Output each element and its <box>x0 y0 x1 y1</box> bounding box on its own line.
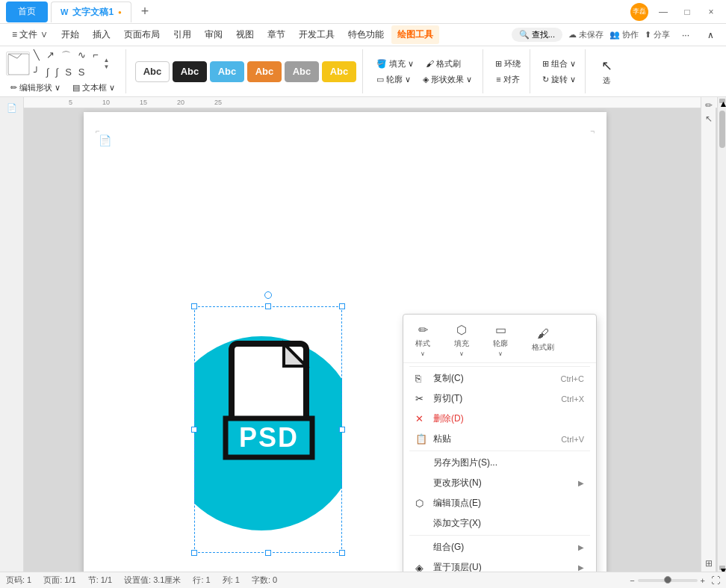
shape-scroll-down[interactable]: ▼ <box>104 64 110 70</box>
ctx-paste[interactable]: 📋 粘贴 Ctrl+V <box>403 429 596 449</box>
curve-tool[interactable]: ⌒ <box>58 48 74 64</box>
rotate-btn[interactable]: ↻ 旋转 ∨ <box>538 72 580 87</box>
menu-devtools[interactable]: 开发工具 <box>293 25 341 44</box>
shape-tool-5[interactable]: S <box>75 65 88 79</box>
ctx-bring-to-front[interactable]: ◈ 置于顶层(U) ▶ <box>403 557 596 572</box>
edit-shape-btn[interactable]: ✏ 编辑形状 ∨ <box>6 81 65 95</box>
side-panel-btn-3[interactable]: ⊞ <box>705 558 713 569</box>
text-box-chevron: ∨ <box>109 83 115 93</box>
avatar[interactable]: 李磊 <box>630 3 648 21</box>
style-btn-plain[interactable]: Abc <box>135 61 170 82</box>
home-tab[interactable]: 首页 <box>6 1 48 22</box>
style-btn-blue[interactable]: Abc <box>210 61 244 82</box>
shape-styles-group: Abc Abc Abc Abc Abc Abc <box>129 49 363 93</box>
effect-btn[interactable]: ◈ 形状效果 ∨ <box>418 72 477 87</box>
menu-reference[interactable]: 引用 <box>167 25 197 44</box>
svg-line-2 <box>17 54 22 58</box>
style-btn-gray[interactable]: Abc <box>285 61 319 82</box>
ctx-fill-icon: ⬡ <box>456 323 467 337</box>
collab-btn[interactable]: 👥 协作 <box>609 29 639 40</box>
ctx-cut[interactable]: ✂ 剪切(T) Ctrl+X <box>403 389 596 409</box>
style-btn-yellow[interactable]: Abc <box>322 61 356 82</box>
menu-page-layout[interactable]: 页面布局 <box>118 25 166 44</box>
shape-preview-svg <box>7 52 30 75</box>
scroll-up-arrow[interactable]: ▲ <box>719 99 725 103</box>
style-btn-dark[interactable]: Abc <box>173 61 207 82</box>
style-btn-orange[interactable]: Abc <box>247 61 282 82</box>
zoom-in-btn[interactable]: + <box>701 576 705 585</box>
handle-br[interactable] <box>339 550 345 556</box>
ctx-save-as-image[interactable]: 另存为图片(S)... <box>403 453 596 473</box>
group-btn[interactable]: ⊞ 组合 ∨ <box>538 57 580 71</box>
outline-btn[interactable]: ▭ 轮廓 ∨ <box>372 72 415 87</box>
ctx-style-btn[interactable]: ✏ 样式 ∨ <box>409 321 436 359</box>
status-bar-right: − + ⛶ <box>630 575 720 586</box>
more-menu-btn[interactable]: ··· <box>676 27 695 43</box>
ctx-delete[interactable]: ✕ 删除(D) <box>403 409 596 429</box>
rotation-handle[interactable] <box>264 291 272 299</box>
share-btn[interactable]: ⬆ 分享 <box>645 29 670 40</box>
collapse-ribbon-btn[interactable]: ∧ <box>701 27 720 43</box>
search-box[interactable]: 🔍 查找... <box>512 28 562 42</box>
zoom-slider-thumb[interactable] <box>664 576 671 584</box>
cloud-icon: ☁ <box>568 30 577 40</box>
menu-hamburger[interactable]: ≡ 文件 ∨ <box>6 25 54 44</box>
ctx-fill-btn[interactable]: ⬡ 填充 ∨ <box>448 321 475 359</box>
arrow-tool[interactable]: ↗ <box>43 48 58 64</box>
ctx-copy[interactable]: ⎘ 复制(C) Ctrl+C <box>403 368 596 389</box>
arc-tool[interactable]: ╯ <box>31 65 43 79</box>
text-box-btn[interactable]: ▤ 文本框 ∨ <box>68 81 120 95</box>
shape-tool-2[interactable]: ∫ <box>43 65 52 79</box>
side-panel-btn-2[interactable]: ↖ <box>705 114 713 124</box>
fill-btn[interactable]: 🪣 填充 ∨ <box>372 57 418 71</box>
menu-draw-tools[interactable]: 绘图工具 <box>391 25 439 44</box>
new-tab-button[interactable]: + <box>134 1 155 22</box>
bring-front-arrow: ▶ <box>578 563 584 572</box>
status-page: 页码: 1 <box>6 575 31 586</box>
handle-tl[interactable] <box>191 303 197 309</box>
handle-bl[interactable] <box>191 550 197 556</box>
cloud-status[interactable]: ☁ 未保存 <box>568 29 604 40</box>
page-icon[interactable]: 📄 <box>7 103 17 113</box>
handle-bm[interactable] <box>265 550 271 556</box>
menu-start[interactable]: 开始 <box>55 25 85 44</box>
side-panel-btn-1[interactable]: ✏ <box>704 100 714 111</box>
menu-features[interactable]: 特色功能 <box>342 25 390 44</box>
align-btn[interactable]: ≡ 对齐 <box>491 72 525 87</box>
ctx-format-brush-btn[interactable]: 🖌 格式刷 <box>526 325 560 355</box>
menu-review[interactable]: 审阅 <box>199 25 229 44</box>
scroll-thumb[interactable] <box>719 111 725 148</box>
shape-tool-3[interactable]: ∫ <box>53 65 62 79</box>
fullscreen-btn[interactable]: ⛶ <box>711 575 720 586</box>
ctx-change-shape[interactable]: 更改形状(N) ▶ <box>403 473 596 493</box>
ctx-group[interactable]: 组合(G) ▶ <box>403 537 596 557</box>
line-tool[interactable]: ╲ <box>31 48 43 64</box>
shape-scroll-up[interactable]: ▲ <box>104 57 110 64</box>
wrap-btn[interactable]: ⊞ 环绕 <box>491 57 525 71</box>
zoom-out-btn[interactable]: − <box>630 576 634 585</box>
scroll-down-arrow[interactable]: ▼ <box>719 566 725 570</box>
vertical-scrollbar[interactable]: ▲ ▼ <box>717 97 726 572</box>
close-button[interactable]: × <box>702 3 720 21</box>
minimize-button[interactable]: — <box>654 3 672 21</box>
canvas-area[interactable]: 510152025 ⌐ ¬ L ⌐ 📄 <box>24 97 726 572</box>
doc-tab[interactable]: W 文字文稿1 ● <box>51 1 131 22</box>
menu-view[interactable]: 视图 <box>230 25 260 44</box>
menu-insert[interactable]: 插入 <box>87 25 117 44</box>
freeform-tool[interactable]: ∿ <box>75 48 89 64</box>
zigzag-tool[interactable]: ⌐ <box>90 48 102 64</box>
ctx-outline-btn[interactable]: ▭ 轮廓 ∨ <box>487 321 514 359</box>
menu-chapter[interactable]: 章节 <box>261 25 291 44</box>
format-brush-btn[interactable]: 🖌 格式刷 <box>421 57 465 71</box>
handle-ml[interactable] <box>191 427 197 433</box>
ctx-edit-vertices[interactable]: ⬡ 编辑顶点(E) <box>403 493 596 513</box>
collab-icon: 👥 <box>609 30 620 40</box>
handle-tr[interactable] <box>339 303 345 309</box>
handle-mr[interactable] <box>339 427 345 433</box>
shape-tool-4[interactable]: S <box>62 65 75 79</box>
zoom-slider[interactable] <box>638 579 698 582</box>
ctx-add-text[interactable]: 添加文字(X) <box>403 513 596 533</box>
maximize-button[interactable]: □ <box>678 3 696 21</box>
handle-tm[interactable] <box>265 303 271 309</box>
select-btn[interactable]: ↖ 选 <box>593 55 620 88</box>
